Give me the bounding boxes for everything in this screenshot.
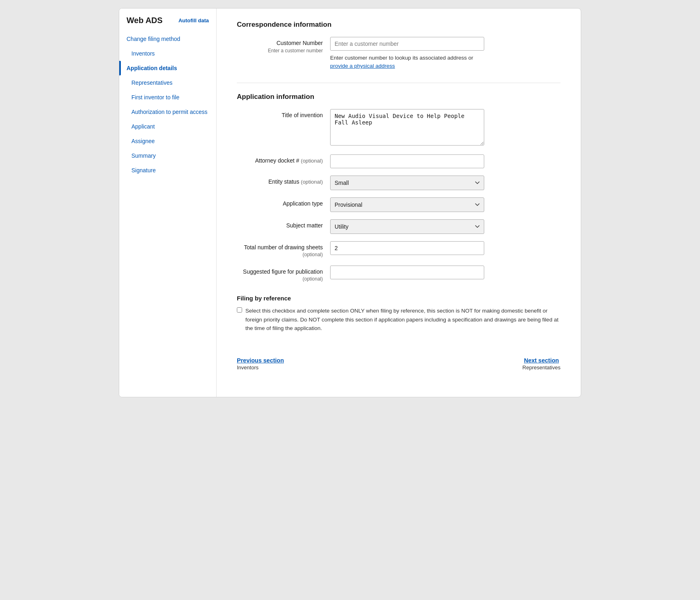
sidebar-navigation: Change filing method Inventors Applicati…	[119, 32, 216, 178]
sidebar-item-signature[interactable]: Signature	[119, 163, 216, 178]
main-content: Correspondence information Customer Numb…	[217, 9, 581, 397]
title-of-invention-label: Title of invention	[237, 109, 330, 120]
section-divider-1	[237, 83, 560, 83]
entity-status-optional: (optional)	[301, 179, 323, 185]
sidebar-header: Web ADS Autofill data	[119, 16, 216, 32]
sidebar-link-signature[interactable]: Signature	[119, 163, 216, 178]
sidebar-item-assignee[interactable]: Assignee	[119, 134, 216, 148]
filing-reference-section: Filing by reference Select this checkbox…	[237, 295, 560, 333]
provide-physical-address-link[interactable]: provide a physical address	[330, 63, 395, 69]
suggested-figure-input[interactable]	[330, 266, 484, 279]
suggested-figure-row: Suggested figure for publication (option…	[237, 266, 560, 283]
entity-status-label: Entity status (optional)	[237, 176, 330, 186]
filing-reference-text-row: Select this checkbox and complete sectio…	[237, 306, 560, 333]
customer-number-sublabel: Enter a customer number	[237, 47, 323, 54]
prev-section-button[interactable]: Previous section	[237, 357, 284, 364]
customer-number-field-wrapper: Enter customer number to lookup its asso…	[330, 37, 484, 71]
drawing-sheets-optional: (optional)	[237, 251, 323, 258]
next-section-button[interactable]: Next section	[522, 357, 560, 364]
subject-matter-field-wrapper: Utility Design Plant	[330, 219, 484, 234]
title-of-invention-field-wrapper: New Audio Visual Device to Help People F…	[330, 109, 484, 147]
sidebar-link-assignee[interactable]: Assignee	[119, 134, 216, 148]
attorney-docket-input[interactable]	[330, 154, 484, 168]
title-of-invention-row: Title of invention New Audio Visual Devi…	[237, 109, 560, 147]
sidebar-item-application-details[interactable]: Application details	[119, 61, 216, 75]
suggested-figure-field-wrapper	[330, 266, 484, 279]
sidebar-link-summary[interactable]: Summary	[119, 148, 216, 163]
suggested-figure-optional: (optional)	[237, 276, 323, 283]
sidebar-item-first-inventor[interactable]: First inventor to file	[119, 90, 216, 105]
subject-matter-row: Subject matter Utility Design Plant	[237, 219, 560, 234]
subject-matter-select[interactable]: Utility Design Plant	[330, 219, 484, 234]
entity-status-select[interactable]: Small Micro Undiscounted	[330, 176, 484, 190]
drawing-sheets-label: Total number of drawing sheets (optional…	[237, 241, 330, 258]
attorney-docket-optional: (optional)	[301, 158, 323, 164]
sidebar-item-inventors[interactable]: Inventors	[119, 46, 216, 61]
sidebar-link-authorization[interactable]: Authorization to permit access	[119, 105, 216, 119]
prev-section-sublabel: Inventors	[237, 364, 284, 371]
sidebar-link-applicant[interactable]: Applicant	[119, 119, 216, 134]
drawing-sheets-row: Total number of drawing sheets (optional…	[237, 241, 560, 258]
title-of-invention-input[interactable]: New Audio Visual Device to Help People F…	[330, 109, 484, 146]
entity-status-row: Entity status (optional) Small Micro Und…	[237, 176, 560, 190]
sidebar-link-application-details[interactable]: Application details	[119, 61, 216, 75]
customer-number-help: Enter customer number to lookup its asso…	[330, 54, 484, 71]
next-section-sublabel: Representatives	[522, 364, 560, 371]
application-section-title: Application information	[237, 93, 560, 101]
entity-status-field-wrapper: Small Micro Undiscounted	[330, 176, 484, 190]
nav-footer: Previous section Inventors Next section …	[237, 349, 560, 371]
sidebar-item-representatives[interactable]: Representatives	[119, 75, 216, 90]
drawing-sheets-field-wrapper	[330, 241, 484, 255]
application-type-select[interactable]: Provisional Nonprovisional PCT National …	[330, 197, 484, 212]
next-section-wrapper: Next section Representatives	[522, 357, 560, 371]
sidebar-link-change-filing[interactable]: Change filing method	[119, 32, 216, 46]
sidebar-title: Web ADS	[127, 16, 163, 25]
attorney-docket-field-wrapper	[330, 154, 484, 168]
attorney-docket-label: Attorney docket # (optional)	[237, 154, 330, 165]
sidebar-link-inventors[interactable]: Inventors	[119, 46, 216, 61]
application-type-field-wrapper: Provisional Nonprovisional PCT National …	[330, 197, 484, 212]
customer-number-input[interactable]	[330, 37, 484, 51]
drawing-sheets-input[interactable]	[330, 241, 484, 255]
sidebar-link-representatives[interactable]: Representatives	[119, 75, 216, 90]
correspondence-section: Correspondence information Customer Numb…	[237, 21, 560, 71]
attorney-docket-row: Attorney docket # (optional)	[237, 154, 560, 168]
sidebar-item-authorization[interactable]: Authorization to permit access	[119, 105, 216, 119]
sidebar-link-first-inventor[interactable]: First inventor to file	[119, 90, 216, 105]
filing-reference-text: Select this checkbox and complete sectio…	[245, 306, 560, 333]
filing-reference-title: Filing by reference	[237, 295, 560, 302]
correspondence-section-title: Correspondence information	[237, 21, 560, 29]
sidebar: Web ADS Autofill data Change filing meth…	[119, 9, 217, 397]
subject-matter-label: Subject matter	[237, 219, 330, 230]
sidebar-item-applicant[interactable]: Applicant	[119, 119, 216, 134]
customer-number-row: Customer Number Enter a customer number …	[237, 37, 560, 71]
application-section: Application information Title of inventi…	[237, 93, 560, 283]
application-type-row: Application type Provisional Nonprovisio…	[237, 197, 560, 212]
filing-reference-checkbox[interactable]	[237, 307, 242, 313]
autofill-button[interactable]: Autofill data	[178, 17, 209, 24]
suggested-figure-label: Suggested figure for publication (option…	[237, 266, 330, 283]
application-type-label: Application type	[237, 197, 330, 208]
customer-number-label: Customer Number Enter a customer number	[237, 37, 330, 54]
prev-section-wrapper: Previous section Inventors	[237, 357, 284, 371]
page-container: Web ADS Autofill data Change filing meth…	[119, 8, 581, 397]
sidebar-item-summary[interactable]: Summary	[119, 148, 216, 163]
sidebar-item-change-filing[interactable]: Change filing method	[119, 32, 216, 46]
